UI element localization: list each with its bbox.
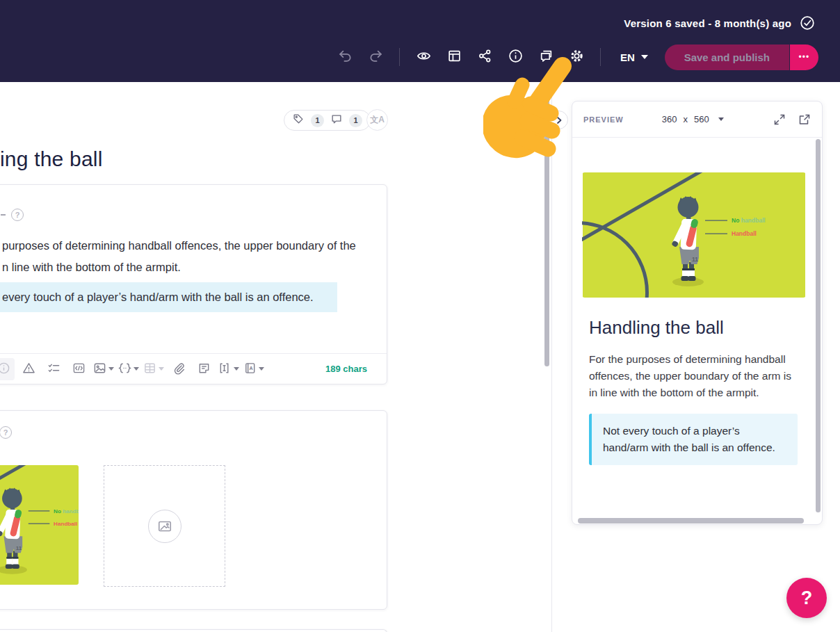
save-and-publish-button[interactable]: Save and publish <box>665 44 789 70</box>
add-media-placeholder[interactable] <box>104 465 225 587</box>
gear-icon <box>570 49 584 65</box>
undo-icon <box>338 49 353 65</box>
help-circle-icon[interactable]: ? <box>11 209 24 221</box>
preview-button[interactable] <box>408 42 439 72</box>
meta-badges[interactable]: 1 1 <box>284 110 371 131</box>
app-window: 11 No handball Handball Version 6 saved … <box>0 0 840 632</box>
redo-icon <box>369 49 383 65</box>
toolbar-divider <box>399 48 400 66</box>
variable-button[interactable] <box>118 358 140 380</box>
preview-horizontal-scrollbar[interactable] <box>578 518 804 524</box>
version-text: Version 6 saved - 8 month(s) ago <box>624 17 791 29</box>
viewport-separator: x <box>683 114 688 124</box>
note-button[interactable] <box>193 358 215 380</box>
clipped-label-fragment <box>1 214 6 216</box>
layout-button[interactable] <box>439 42 469 72</box>
chevron-down-icon <box>108 367 114 371</box>
preview-vertical-scrollbar[interactable] <box>816 139 821 512</box>
body-text[interactable]: purposes of determining handball offence… <box>2 235 371 278</box>
preview-header: PREVIEW 360 x 560 <box>572 102 822 138</box>
language-label: EN <box>620 51 635 63</box>
top-bar: Version 6 saved - 8 month(s) ago <box>0 0 840 82</box>
note-icon <box>197 362 211 377</box>
glossary-book-icon: A <box>243 362 257 377</box>
comments-button[interactable] <box>531 42 561 72</box>
media-thumbnail[interactable] <box>0 465 79 585</box>
media-card-header: ? <box>0 426 12 439</box>
table-icon <box>143 362 156 377</box>
media-items <box>0 465 225 587</box>
warning-block-button[interactable] <box>17 358 40 380</box>
language-selector[interactable]: EN <box>620 51 648 63</box>
main-scrollbar[interactable] <box>544 90 549 366</box>
editor-toolbar: A 189 chars <box>0 353 387 384</box>
char-count: 189 chars <box>325 364 367 374</box>
chat-bubbles-icon <box>539 49 554 65</box>
brackets-text-icon <box>218 362 232 377</box>
attachment-button[interactable] <box>168 358 190 380</box>
preview-panel: PREVIEW 360 x 560 Handling the ball For … <box>572 101 823 525</box>
text-card-header: ? <box>1 209 24 221</box>
preview-label: PREVIEW <box>583 115 624 124</box>
more-options-button[interactable]: ••• <box>789 44 818 70</box>
tag-icon <box>292 113 305 128</box>
chevron-down-icon <box>259 367 264 371</box>
translate-icon: 文A <box>370 114 385 126</box>
preview-card-title: Handling the ball <box>589 317 805 339</box>
tags-count-badge: 1 <box>311 114 324 127</box>
info-button[interactable] <box>500 42 531 72</box>
svg-text:A: A <box>250 365 253 371</box>
chevron-down-icon <box>718 118 724 121</box>
body-text-line2: n line with the bottom of the armpit. <box>2 257 371 278</box>
eye-icon <box>417 49 431 65</box>
translate-button[interactable]: 文A <box>366 109 388 131</box>
image-icon <box>93 362 106 377</box>
chevron-down-icon <box>641 55 648 59</box>
insert-table-button[interactable] <box>143 358 165 380</box>
undo-button[interactable] <box>330 42 360 72</box>
save-publish-group: Save and publish ••• <box>665 44 818 70</box>
next-block-card <box>0 629 387 632</box>
share-icon <box>478 49 492 65</box>
handball-illustration-thumbnail <box>0 465 79 585</box>
settings-button[interactable] <box>561 42 592 72</box>
layout-icon <box>447 49 462 65</box>
viewport-size-selector[interactable]: 360 x 560 <box>662 114 724 124</box>
chevron-right-icon <box>555 116 563 124</box>
highlighted-text-content: every touch of a player’s hand/arm with … <box>2 291 314 304</box>
comment-icon <box>330 113 343 128</box>
preview-actions <box>773 113 811 126</box>
highlighted-text[interactable]: every touch of a player’s hand/arm with … <box>0 282 337 312</box>
viewport-width: 360 <box>662 114 677 124</box>
chevron-down-icon <box>159 367 164 371</box>
placeholder-button[interactable] <box>218 358 240 380</box>
share-button[interactable] <box>469 42 500 72</box>
code-snippet-button[interactable] <box>67 358 90 380</box>
collapse-panel-button[interactable] <box>549 111 568 129</box>
redo-button[interactable] <box>360 42 391 72</box>
help-button[interactable]: ? <box>786 578 827 618</box>
braces-icon <box>118 362 131 377</box>
body-text-line1: purposes of determining handball offence… <box>2 235 371 257</box>
insert-image-button[interactable] <box>92 358 115 380</box>
paperclip-icon <box>172 362 186 377</box>
help-circle-icon[interactable]: ? <box>0 426 12 439</box>
viewport-height: 560 <box>694 114 709 124</box>
glossary-button[interactable]: A <box>243 358 265 380</box>
panel-divider <box>551 82 552 632</box>
open-external-icon[interactable] <box>798 113 811 126</box>
info-block-button[interactable] <box>0 358 15 380</box>
text-block-card: ? purposes of determining handball offen… <box>0 184 387 384</box>
code-snippet-icon <box>72 362 86 377</box>
saved-check-icon <box>800 15 815 31</box>
warning-triangle-icon <box>22 362 35 377</box>
chevron-down-icon <box>234 367 239 371</box>
preview-card-paragraph: For the purposes of determining handball… <box>589 351 799 401</box>
checklist-button[interactable] <box>42 358 65 380</box>
version-status: Version 6 saved - 8 month(s) ago <box>624 15 815 31</box>
expand-icon[interactable] <box>773 113 786 126</box>
preview-card-callout: Not every touch of a player’s hand/arm w… <box>589 414 798 465</box>
checklist-icon <box>47 362 60 377</box>
toolbar-divider <box>600 48 601 66</box>
page-title: ing the ball <box>0 147 103 171</box>
